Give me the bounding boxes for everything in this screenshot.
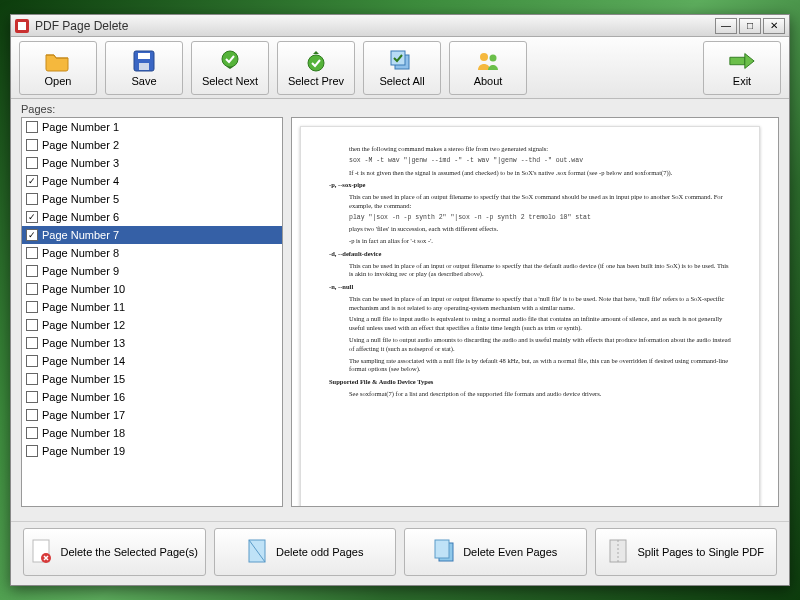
split-pages-button[interactable]: Split Pages to Single PDF [595,528,778,576]
open-label: Open [45,75,72,87]
pages-label: Pages: [21,103,779,115]
doc-line: Supported File & Audio Device Types [329,378,731,387]
list-item[interactable]: Page Number 2 [22,136,282,154]
checkbox[interactable] [26,337,38,349]
page-item-label: Page Number 18 [42,427,125,439]
list-item[interactable]: Page Number 17 [22,406,282,424]
select-all-icon [388,49,416,73]
checkbox[interactable] [26,193,38,205]
list-item[interactable]: Page Number 8 [22,244,282,262]
list-item[interactable]: Page Number 9 [22,262,282,280]
checkbox[interactable] [26,409,38,421]
open-button[interactable]: Open [19,41,97,95]
delete-even-label: Delete Even Pages [463,546,557,558]
checkbox[interactable] [26,121,38,133]
page-item-label: Page Number 6 [42,211,119,223]
list-item[interactable]: Page Number 12 [22,316,282,334]
checkbox[interactable] [26,445,38,457]
svg-rect-14 [610,540,626,562]
select-all-button[interactable]: Select All [363,41,441,95]
exit-button[interactable]: Exit [703,41,781,95]
page-item-label: Page Number 19 [42,445,125,457]
checkbox[interactable] [26,355,38,367]
list-item[interactable]: Page Number 3 [22,154,282,172]
exit-arrow-icon [728,49,756,73]
close-button[interactable]: ✕ [763,18,785,34]
delete-selected-button[interactable]: Delete the Selected Page(s) [23,528,206,576]
page-odd-icon [246,538,270,566]
page-item-label: Page Number 11 [42,301,125,313]
checkbox[interactable] [26,427,38,439]
select-next-button[interactable]: Select Next [191,41,269,95]
page-delete-icon [30,538,54,566]
list-item[interactable]: ✓Page Number 6 [22,208,282,226]
checkbox[interactable] [26,157,38,169]
svg-rect-1 [138,53,150,59]
list-item[interactable]: Page Number 10 [22,280,282,298]
delete-odd-button[interactable]: Delete odd Pages [214,528,397,576]
checkbox[interactable] [26,139,38,151]
list-item[interactable]: ✓Page Number 7 [22,226,282,244]
page-item-label: Page Number 14 [42,355,125,367]
page-item-label: Page Number 7 [42,229,119,241]
list-item[interactable]: Page Number 18 [22,424,282,442]
svg-rect-13 [435,540,449,558]
page-item-label: Page Number 15 [42,373,125,385]
checkbox[interactable] [26,283,38,295]
save-button[interactable]: Save [105,41,183,95]
list-item[interactable]: Page Number 1 [22,118,282,136]
checkbox[interactable] [26,373,38,385]
doc-line: then the following command makes a stere… [349,145,731,154]
doc-line: plays two 'files' in succession, each wi… [349,225,731,234]
checkbox[interactable]: ✓ [26,211,38,223]
list-item[interactable]: Page Number 15 [22,370,282,388]
check-up-icon [302,49,330,73]
page-item-label: Page Number 4 [42,175,119,187]
checkbox[interactable] [26,247,38,259]
delete-even-button[interactable]: Delete Even Pages [404,528,587,576]
select-next-label: Select Next [202,75,258,87]
doc-line: Using a null file to input audio is equi… [349,315,731,333]
titlebar: PDF Page Delete — □ ✕ [11,15,789,37]
select-all-label: Select All [379,75,424,87]
checkbox[interactable] [26,391,38,403]
pages-listbox[interactable]: Page Number 1Page Number 2Page Number 3✓… [21,117,283,507]
save-label: Save [131,75,156,87]
list-item[interactable]: Page Number 13 [22,334,282,352]
floppy-disk-icon [130,49,158,73]
doc-line: This can be used in place of an input or… [349,262,731,280]
bottom-toolbar: Delete the Selected Page(s) Delete odd P… [11,521,789,585]
list-item[interactable]: Page Number 16 [22,388,282,406]
maximize-button[interactable]: □ [739,18,761,34]
checkbox[interactable] [26,319,38,331]
page-even-icon [433,538,457,566]
list-item[interactable]: Page Number 14 [22,352,282,370]
page-item-label: Page Number 12 [42,319,125,331]
preview-pane[interactable]: then the following command makes a stere… [291,117,779,507]
toolbar: Open Save Select Next Select Prev Select… [11,37,789,99]
list-item[interactable]: Page Number 11 [22,298,282,316]
about-button[interactable]: About [449,41,527,95]
list-item[interactable]: Page Number 5 [22,190,282,208]
checkbox[interactable]: ✓ [26,229,38,241]
people-icon [474,49,502,73]
list-item[interactable]: Page Number 19 [22,442,282,460]
doc-line: If -t is not given then the signal is as… [349,169,731,178]
doc-line: This can be used in place of an output f… [349,193,731,211]
list-item[interactable]: ✓Page Number 4 [22,172,282,190]
select-prev-button[interactable]: Select Prev [277,41,355,95]
doc-line: -p is in fact an alias for '-t sox -'. [349,237,731,246]
doc-line: The sampling rate associated with a null… [349,357,731,375]
minimize-button[interactable]: — [715,18,737,34]
checkbox[interactable] [26,265,38,277]
page-item-label: Page Number 5 [42,193,119,205]
about-label: About [474,75,503,87]
doc-line: This can be used in place of an input or… [349,295,731,313]
app-icon [15,19,29,33]
checkbox[interactable] [26,301,38,313]
document-page: then the following command makes a stere… [300,126,760,507]
svg-point-3 [222,51,238,67]
select-prev-label: Select Prev [288,75,344,87]
checkbox[interactable]: ✓ [26,175,38,187]
folder-open-icon [44,49,72,73]
